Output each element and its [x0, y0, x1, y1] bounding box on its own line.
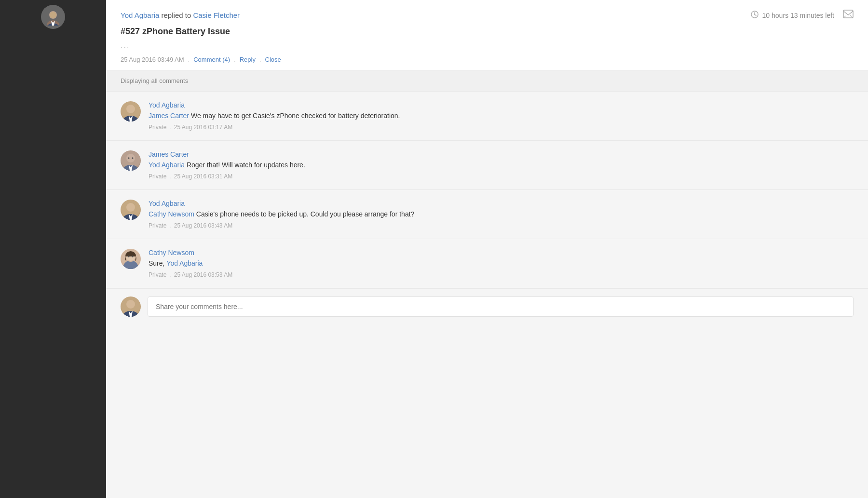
comment-item: Yod Agbaria James Carter We may have to …	[106, 92, 868, 141]
comment-author-4: Cathy Newsom	[149, 249, 854, 256]
meta-sep-1: .	[169, 124, 171, 131]
timer-label: 10 hours 13 minutes left	[762, 12, 834, 19]
comment-date-2: 25 Aug 2016 03:31 AM	[174, 173, 232, 180]
timer-section: 10 hours 13 minutes left	[751, 10, 854, 21]
left-sidebar	[0, 0, 106, 498]
svg-point-2	[50, 12, 56, 18]
comment-privacy-1: Private	[149, 124, 166, 131]
replied-to-link[interactable]: Casie Fletcher	[193, 11, 240, 19]
main-content: Yod Agbaria replied to Casie Fletcher 10…	[106, 0, 868, 498]
comment-content-3: Casie's phone needs to be picked up. Cou…	[194, 210, 414, 218]
comment-date-1: 25 Aug 2016 03:17 AM	[174, 124, 232, 131]
comment-content-2: Roger that! Will watch for updates here.	[185, 161, 305, 169]
ticket-actions: 25 Aug 2016 03:49 AM . Comment (4) . Rep…	[121, 56, 854, 70]
comment-text-2: Yod Agbaria Roger that! Will watch for u…	[149, 160, 854, 170]
sep-1: .	[188, 56, 190, 63]
comment-body-3: Yod Agbaria Cathy Newsom Casie's phone n…	[149, 200, 854, 229]
comment-text-3: Cathy Newsom Casie's phone needs to be p…	[149, 209, 854, 219]
comment-link[interactable]: Comment (4)	[193, 56, 230, 63]
ticket-header: Yod Agbaria replied to Casie Fletcher 10…	[106, 0, 868, 70]
sep-2: .	[234, 56, 236, 63]
comment-mention-1: James Carter	[149, 112, 189, 120]
comment-meta-2: Private . 25 Aug 2016 03:31 AM	[149, 173, 854, 180]
svg-point-14	[132, 157, 134, 159]
comment-text-1: James Carter We may have to get Casie's …	[149, 111, 854, 121]
sidebar-user-avatar	[41, 5, 65, 29]
comment-mention-3: Cathy Newsom	[149, 210, 194, 218]
comment-date-3: 25 Aug 2016 03:43 AM	[174, 222, 232, 229]
svg-point-13	[128, 157, 130, 159]
ticket-panel: Yod Agbaria replied to Casie Fletcher 10…	[106, 0, 868, 498]
replied-text: replied to	[162, 11, 193, 19]
comment-body-4: Cathy Newsom Sure, Yod Agbaria Private .…	[149, 249, 854, 278]
comment-author-1: Yod Agbaria	[149, 101, 854, 109]
ticket-header-top: Yod Agbaria replied to Casie Fletcher 10…	[121, 10, 854, 21]
comment-body-2: James Carter Yod Agbaria Roger that! Wil…	[149, 150, 854, 180]
comment-avatar-yod-2	[121, 200, 141, 220]
comment-privacy-4: Private	[149, 271, 166, 278]
meta-sep-4: .	[169, 271, 171, 278]
comment-mention-2: Yod Agbaria	[149, 161, 185, 169]
svg-point-21	[128, 256, 130, 257]
comment-author-2: James Carter	[149, 150, 854, 158]
comment-mention-4: Yod Agbaria	[166, 259, 203, 267]
ticket-title: #527 zPhone Battery Issue	[121, 27, 854, 37]
svg-point-25	[126, 300, 135, 309]
meta-sep-3: .	[169, 222, 171, 229]
compose-input[interactable]	[148, 296, 854, 317]
comment-meta-4: Private . 25 Aug 2016 03:53 AM	[149, 271, 854, 278]
reply-link[interactable]: Reply	[240, 56, 256, 63]
comment-avatar-cathy	[121, 249, 141, 269]
comments-section: Displaying all comments Yod Agbaria Ja	[106, 70, 868, 498]
close-link[interactable]: Close	[265, 56, 281, 63]
comment-prefix-4: Sure,	[149, 259, 166, 267]
comment-item-4: Cathy Newsom Sure, Yod Agbaria Private .…	[106, 239, 868, 288]
ticket-date: 25 Aug 2016 03:49 AM	[121, 56, 184, 63]
sidebar-avatar-icon	[41, 5, 65, 29]
ticket-more: ...	[121, 41, 854, 50]
comment-privacy-2: Private	[149, 173, 166, 180]
comment-avatar-yod-1	[121, 101, 141, 121]
comment-item-3: Yod Agbaria Cathy Newsom Casie's phone n…	[106, 190, 868, 239]
comment-body-1: Yod Agbaria James Carter We may have to …	[149, 101, 854, 131]
comment-text-4: Sure, Yod Agbaria	[149, 258, 854, 269]
comment-author-3: Yod Agbaria	[149, 200, 854, 207]
comment-item-2: James Carter Yod Agbaria Roger that! Wil…	[106, 141, 868, 190]
compose-section	[106, 288, 868, 324]
meta-sep-2: .	[169, 173, 171, 180]
svg-point-12	[126, 154, 135, 162]
sep-3: .	[259, 56, 261, 63]
comment-date-4: 25 Aug 2016 03:53 AM	[174, 271, 232, 278]
comment-privacy-3: Private	[149, 222, 166, 229]
comment-content-1: We may have to get Casie's zPhone checke…	[189, 112, 400, 120]
svg-point-22	[132, 256, 134, 257]
svg-point-17	[126, 203, 135, 212]
email-icon[interactable]	[843, 10, 854, 21]
replied-info: Yod Agbaria replied to Casie Fletcher	[121, 11, 240, 19]
clock-icon	[751, 11, 759, 20]
comment-meta-3: Private . 25 Aug 2016 03:43 AM	[149, 222, 854, 229]
replied-by-link[interactable]: Yod Agbaria	[121, 11, 159, 19]
comment-avatar-james	[121, 150, 141, 171]
svg-line-5	[755, 14, 756, 15]
comments-header: Displaying all comments	[106, 70, 868, 92]
compose-avatar	[121, 296, 141, 317]
svg-point-9	[126, 105, 135, 113]
comment-meta-1: Private . 25 Aug 2016 03:17 AM	[149, 124, 854, 131]
